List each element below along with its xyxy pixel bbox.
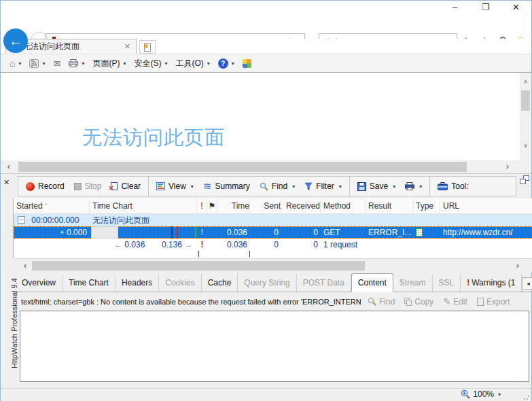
horizontal-scroll-thumb[interactable]: [18, 162, 467, 172]
scroll-right-icon[interactable]: ›: [502, 160, 513, 173]
tab-post-data[interactable]: POST Data: [297, 274, 351, 292]
page-group-row[interactable]: − 00:00:00.000 无法访问此页面: [14, 214, 532, 226]
scroll-right-icon[interactable]: ›: [512, 259, 523, 273]
column-header-received[interactable]: Received: [281, 198, 321, 214]
measure-right-arrow-icon: →: [184, 240, 192, 249]
column-header-time-chart[interactable]: Time Chart: [90, 198, 197, 214]
save-label: Save: [370, 181, 388, 191]
help-menu-button[interactable]: ? ▾: [215, 56, 238, 71]
tab-close-icon[interactable]: ✕: [122, 42, 132, 51]
feeds-menu-button[interactable]: ▾: [26, 56, 48, 71]
content-type-message: text/html; charset=gbk : No content is a…: [21, 298, 361, 306]
column-header-type[interactable]: Type: [413, 198, 440, 214]
chevron-down-icon: ▾: [41, 60, 45, 67]
tab-bar: 无法访问此页面 ✕ ✱: [1, 39, 531, 54]
tab-query-string[interactable]: Query String: [238, 274, 296, 292]
column-header-result[interactable]: Result: [366, 198, 413, 214]
column-header-method[interactable]: Method: [321, 198, 366, 214]
tab-cookies[interactable]: Cookies: [159, 274, 201, 292]
back-button[interactable]: ←: [3, 29, 28, 53]
content-export-button[interactable]: Export: [477, 297, 510, 307]
print-button[interactable]: ▾: [400, 178, 427, 194]
column-header-url[interactable]: URL: [440, 198, 532, 214]
table-horizontal-scrollbar[interactable]: ‹ ›: [13, 258, 532, 272]
tab-warnings[interactable]: !Warnings (1: [461, 274, 522, 292]
table-scroll-thumb[interactable]: [32, 261, 365, 271]
request-warning-indicator: !: [197, 226, 207, 239]
collapse-icon[interactable]: −: [18, 216, 25, 224]
summary-button[interactable]: ≋ Summary: [198, 178, 255, 194]
status-bar: 100% ▾: [1, 388, 531, 401]
column-header-sent[interactable]: Sent: [250, 198, 281, 214]
time-axis-tick: [249, 251, 250, 257]
home-menu-button[interactable]: ⌂ ▾: [6, 56, 24, 71]
horizontal-scrollbar[interactable]: ‹ ›: [1, 160, 531, 173]
resize-grip[interactable]: [523, 394, 530, 400]
command-bar: ⌂ ▾ ▾ ✉ ▾ 页面(P) ▾: [1, 54, 531, 73]
scroll-down-icon[interactable]: ∨: [520, 141, 531, 151]
content-copy-button[interactable]: Copy: [404, 297, 433, 307]
request-url: http://www.wzdr.cn/: [440, 226, 532, 239]
chevron-down-icon: ▾: [291, 184, 295, 190]
close-button[interactable]: ✕: [501, 1, 531, 16]
tab-ssl[interactable]: SSL: [433, 274, 461, 292]
scroll-left-icon[interactable]: ‹: [20, 259, 31, 273]
column-header-started[interactable]: Started ^: [14, 198, 90, 214]
time-axis-tick: [198, 251, 199, 257]
httpwatch-tools-button[interactable]: Tool:: [433, 178, 473, 194]
html-page-icon: [416, 228, 423, 237]
tab-cache[interactable]: Cache: [202, 274, 238, 292]
save-group: Save ▾ ▾: [350, 177, 430, 196]
record-button[interactable]: Record: [21, 178, 69, 194]
save-button[interactable]: Save ▾: [353, 178, 400, 194]
column-header-time[interactable]: Time: [217, 198, 250, 214]
content-view-area[interactable]: [20, 311, 529, 382]
tab-headers[interactable]: Headers: [116, 274, 159, 292]
scroll-up-icon[interactable]: ∧: [520, 77, 531, 87]
read-mail-button[interactable]: ✉: [50, 56, 65, 71]
tab-stream[interactable]: Stream: [393, 274, 433, 292]
browser-window: – ❐ ✕ ← → ▾ ↻ ▾ ⌂ ☆ ⚙: [0, 0, 532, 401]
tab-time-chart[interactable]: Time Chart: [63, 274, 116, 292]
group-page-title: 无法访问此页面: [90, 214, 197, 226]
tab-scroll-left-icon[interactable]: ◂: [522, 277, 532, 290]
toolbox-icon: [438, 182, 448, 190]
tab-scroll-buttons: ◂ ▸: [522, 277, 532, 290]
filter-button[interactable]: Filter ▾: [300, 178, 347, 194]
zoom-control[interactable]: 100% ▾: [461, 389, 501, 399]
security-menu-button[interactable]: 安全(S) ▾: [130, 56, 171, 71]
print-menu-button[interactable]: ▾: [65, 56, 88, 71]
find-magnifier-icon: [368, 297, 376, 306]
addon-cube-icon: [243, 59, 251, 68]
tab-overview[interactable]: Overview: [16, 274, 63, 292]
tab-content[interactable]: Content: [351, 273, 393, 292]
view-button[interactable]: View ▾: [152, 178, 198, 194]
undock-window-icon[interactable]: [520, 175, 529, 184]
vertical-scroll-thumb[interactable]: [521, 90, 530, 111]
column-header-warning[interactable]: !: [197, 198, 207, 214]
vertical-scrollbar[interactable]: ∧ ∨: [520, 73, 531, 160]
sort-ascending-icon: ^: [45, 198, 48, 213]
tools-menu-button[interactable]: 工具(O) ▾: [172, 56, 213, 71]
home-page-icon: ⌂: [10, 58, 15, 69]
view-label: View: [169, 181, 186, 191]
zoom-level: 100%: [473, 389, 494, 399]
new-tab-button[interactable]: ✱: [139, 40, 156, 54]
find-button[interactable]: Find ▾: [255, 178, 300, 194]
summary-label: Summary: [215, 181, 249, 191]
content-find-button[interactable]: Find: [368, 297, 395, 307]
stop-button[interactable]: Stop: [69, 178, 107, 194]
clear-button[interactable]: ✕ Clear: [106, 178, 145, 194]
stop-label: Stop: [85, 181, 102, 191]
maximize-button[interactable]: ❐: [470, 1, 501, 16]
content-edit-button[interactable]: ✎ Edit: [443, 296, 467, 307]
addon-button[interactable]: [239, 56, 255, 71]
time-chart-marker-blue: [171, 226, 173, 239]
scroll-left-icon[interactable]: ‹: [3, 160, 14, 173]
summary-row[interactable]: ! 0.036 0 0 1 request: [14, 239, 532, 251]
column-header-flag-icon[interactable]: ⚑: [207, 198, 217, 214]
minimize-button[interactable]: –: [440, 1, 470, 16]
page-menu-button[interactable]: 页面(P) ▾: [89, 56, 129, 71]
panel-close-button[interactable]: ✕: [3, 178, 10, 187]
record-icon: [26, 182, 35, 191]
